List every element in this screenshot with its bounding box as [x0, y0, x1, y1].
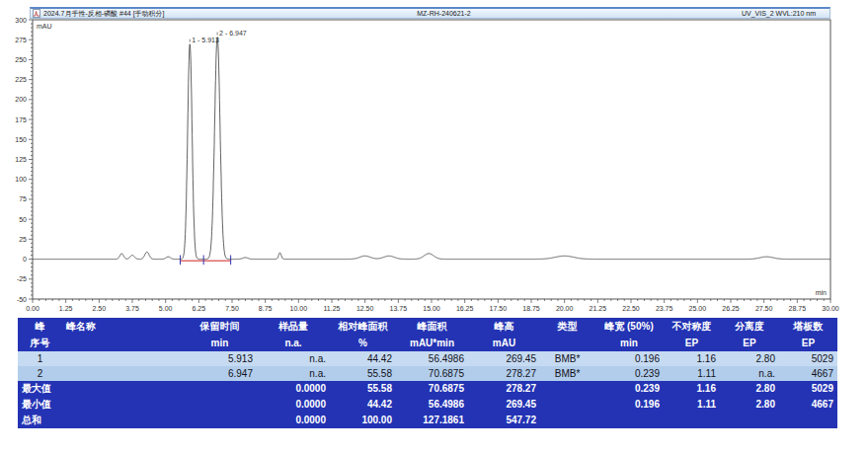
- column-header-asym[interactable]: 不对称度: [664, 318, 720, 335]
- cell-name: [62, 381, 183, 397]
- summary-row: 最小值0.000044.4256.4986269.450.1961.112.80…: [18, 397, 837, 413]
- column-header-amount[interactable]: n.a.: [257, 335, 330, 351]
- peak-row[interactable]: 15.913n.a.44.4256.4986269.45BMB*0.1961.1…: [18, 351, 837, 366]
- x-axis-tick-label: 15.00: [423, 305, 440, 312]
- column-header-rel_area[interactable]: %: [330, 335, 396, 351]
- cell-width50: 0.239: [594, 381, 664, 397]
- cell-height: 269.45: [468, 397, 540, 413]
- cell-plates: 4667: [779, 397, 837, 413]
- x-axis-tick-label: 1.25: [59, 305, 73, 312]
- peak-label[interactable]: 2 - 6.947: [219, 30, 247, 37]
- column-header-height[interactable]: mAU: [468, 335, 540, 351]
- plot-area[interactable]: [33, 20, 830, 299]
- cell-amount: n.a.: [257, 351, 330, 366]
- column-header-name[interactable]: [62, 335, 183, 351]
- cell-height: 269.45: [468, 351, 540, 366]
- cell-amount: 0.0000: [257, 397, 330, 413]
- y-axis-tick-label: 0: [23, 256, 27, 263]
- cell-amount: 0.0000: [257, 381, 330, 397]
- cell-width50: 0.196: [594, 351, 664, 366]
- cell-res: [720, 413, 779, 428]
- cell-height: 547.72: [468, 413, 540, 428]
- chromatogram-icon: [33, 9, 40, 18]
- peak-label[interactable]: 1 - 5.913: [192, 37, 219, 43]
- x-axis-tick-label: 21.25: [590, 305, 607, 312]
- y-axis-tick-label: 275: [15, 37, 27, 43]
- sample-name: MZ-RH-240621-2: [289, 10, 598, 17]
- chromatogram-panel: -50-250255075100125150175200225250275300…: [0, 6, 868, 320]
- summary-row: 最大值0.000055.5870.6875278.270.2391.162.80…: [18, 381, 837, 397]
- table-header: 峰峰名称保留时间样品量相对峰面积峰面积峰高类型峰宽 (50%)不对称度分离度塔板…: [18, 318, 837, 351]
- y-axis-tick-label: 25: [19, 236, 27, 243]
- cell-asym: [664, 413, 720, 428]
- y-axis-tick-label: 200: [15, 96, 27, 103]
- column-header-no[interactable]: 峰: [18, 318, 62, 335]
- cell-rel_area: 100.00: [330, 413, 396, 428]
- x-axis-tick-label: 12.50: [356, 305, 374, 312]
- cell-plates: 5029: [779, 381, 837, 397]
- y-axis-tick-label: -25: [17, 275, 27, 282]
- cell-res: 2.80: [720, 397, 779, 413]
- column-header-type[interactable]: 类型: [540, 318, 594, 335]
- cell-area: 56.4986: [396, 351, 468, 366]
- cell-width50: 0.239: [594, 366, 664, 381]
- column-header-no[interactable]: 序号: [18, 335, 62, 351]
- x-axis-tick-label: 6.25: [193, 305, 206, 312]
- cell-amount: n.a.: [257, 366, 330, 381]
- y-axis-tick-label: 225: [15, 76, 27, 83]
- cell-no: 1: [18, 351, 62, 366]
- x-axis-tick-label: 27.50: [755, 305, 773, 312]
- column-header-width50[interactable]: min: [594, 335, 664, 351]
- cell-res: 2.80: [720, 381, 779, 397]
- x-axis-tick-label: 5.00: [159, 305, 173, 312]
- cell-rt: [183, 413, 257, 428]
- cell-amount: 0.0000: [257, 413, 330, 428]
- cell-asym: 1.16: [664, 381, 720, 397]
- peak-row[interactable]: 26.947n.a.55.5870.6875278.27BMB*0.2391.1…: [18, 366, 837, 381]
- cell-area: 56.4986: [396, 397, 468, 413]
- cell-rt: [183, 381, 257, 397]
- column-header-res[interactable]: 分离度: [720, 318, 779, 335]
- y-axis-tick-label: 100: [15, 176, 27, 183]
- column-header-height[interactable]: 峰高: [468, 318, 540, 335]
- column-header-area[interactable]: 峰面积: [396, 318, 468, 335]
- cell-asym: 1.11: [664, 397, 720, 413]
- column-header-plates[interactable]: EP: [779, 335, 837, 351]
- x-axis-tick-label: 3.75: [125, 305, 139, 312]
- cell-rel_area: 44.42: [330, 397, 396, 413]
- x-axis-tick-label: 7.50: [225, 305, 239, 312]
- cell-rt: 5.913: [183, 351, 257, 366]
- cell-res: n.a.: [720, 366, 779, 381]
- x-axis-tick-label: 20.00: [556, 305, 574, 312]
- cell-rel_area: 55.58: [330, 381, 396, 397]
- x-axis-tick-label: 10.00: [290, 305, 308, 312]
- cell-width50: 0.196: [594, 397, 664, 413]
- column-header-rt[interactable]: min: [183, 335, 257, 351]
- cell-name: [62, 413, 183, 428]
- column-header-asym[interactable]: EP: [664, 335, 720, 351]
- cell-rt: 6.947: [183, 366, 257, 381]
- cell-area: 127.1861: [396, 413, 468, 428]
- cell-area: 70.6875: [396, 366, 468, 381]
- x-axis-tick-label: 17.50: [490, 305, 508, 312]
- y-axis-unit-label: mAU: [37, 23, 52, 30]
- column-header-res[interactable]: EP: [720, 335, 779, 351]
- cell-no: 最小值: [18, 397, 62, 413]
- cell-rel_area: 44.42: [330, 351, 396, 366]
- column-header-type[interactable]: [540, 335, 594, 351]
- x-axis-tick-label: 25.00: [689, 305, 707, 312]
- column-header-area[interactable]: mAU*min: [396, 335, 468, 351]
- integration-results: 峰峰名称保留时间样品量相对峰面积峰面积峰高类型峰宽 (50%)不对称度分离度塔板…: [18, 318, 837, 428]
- y-axis-tick-label: 300: [15, 17, 27, 24]
- cell-height: 278.27: [468, 381, 540, 397]
- cell-type: BMB*: [540, 366, 594, 381]
- chromatogram-plot[interactable]: -50-250255075100125150175200225250275300…: [0, 6, 868, 320]
- column-header-amount[interactable]: 样品量: [257, 318, 330, 335]
- column-header-rt[interactable]: 保留时间: [183, 318, 257, 335]
- column-header-rel_area[interactable]: 相对峰面积: [330, 318, 396, 335]
- column-header-name[interactable]: 峰名称: [62, 318, 183, 335]
- cell-rel_area: 55.58: [330, 366, 396, 381]
- column-header-plates[interactable]: 塔板数: [779, 318, 837, 335]
- column-header-width50[interactable]: 峰宽 (50%): [594, 318, 664, 335]
- cell-rt: [183, 397, 257, 413]
